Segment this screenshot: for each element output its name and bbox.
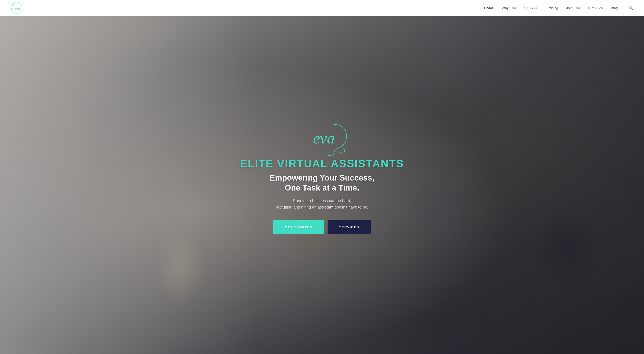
- hero-description-line2: recruiting and hiring an assistant doesn…: [276, 205, 368, 209]
- hero-description-line1: Running a business can be hard,: [293, 199, 351, 203]
- hero-headline-line1: Empowering Your Success,: [270, 173, 374, 182]
- services-button[interactable]: SERVICES: [328, 220, 371, 234]
- svg-text:eva: eva: [313, 130, 335, 147]
- hero-headline: Empowering Your Success, One Task at a T…: [270, 173, 374, 193]
- nav-link-services[interactable]: Services: [524, 6, 538, 10]
- search-icon[interactable]: 🔍: [628, 6, 633, 10]
- nav-item-home[interactable]: Home: [484, 6, 494, 10]
- nav-link-why-eva[interactable]: Why EVA: [502, 6, 516, 10]
- svg-text:eva: eva: [14, 6, 20, 11]
- nav-item-why-eva[interactable]: Why EVA: [502, 6, 516, 10]
- nav-link-join-eva[interactable]: Join EVA: [566, 6, 580, 10]
- nav-item-blog[interactable]: Blog: [611, 6, 618, 10]
- navigation: eva Home Why EVA Services ▾ Pricing Join…: [0, 0, 644, 16]
- hero-headline-line2: One Task at a Time.: [285, 183, 359, 192]
- nav-item-pricing[interactable]: Pricing: [548, 6, 558, 10]
- services-dropdown-chevron: ▾: [538, 7, 540, 9]
- hero-section: eva ELITE VIRTUAL ASSISTANTS Empowering …: [0, 0, 644, 354]
- hero-tagline: ELITE VIRTUAL ASSISTANTS: [240, 157, 404, 170]
- nav-item-services[interactable]: Services ▾: [524, 6, 540, 10]
- search-button[interactable]: 🔍: [626, 5, 633, 10]
- hero-content: eva ELITE VIRTUAL ASSISTANTS Empowering …: [240, 120, 404, 234]
- logo[interactable]: eva: [11, 1, 24, 14]
- hero-cta-buttons: GET STARTED SERVICES: [273, 220, 371, 234]
- hero-logo: eva: [291, 120, 353, 156]
- nav-item-join-eva[interactable]: Join EVA: [566, 6, 580, 10]
- nav-link-hire-a-va[interactable]: Hire A VA: [588, 6, 603, 10]
- hero-description: Running a business can be hard, recruiti…: [276, 198, 368, 211]
- nav-link-blog[interactable]: Blog: [611, 6, 618, 10]
- nav-item-hire-a-va[interactable]: Hire A VA: [588, 6, 603, 10]
- nav-link-home[interactable]: Home: [484, 6, 494, 10]
- get-started-button[interactable]: GET STARTED: [273, 220, 324, 234]
- nav-links: Home Why EVA Services ▾ Pricing Join EVA…: [484, 5, 633, 10]
- nav-link-pricing[interactable]: Pricing: [548, 6, 558, 10]
